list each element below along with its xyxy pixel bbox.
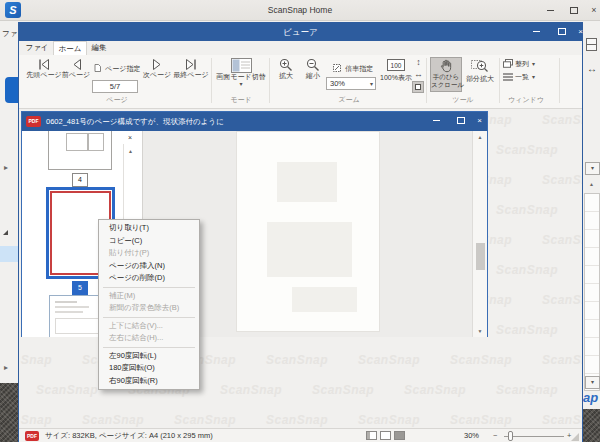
tab-home[interactable]: ホーム — [53, 41, 87, 55]
hand-scroll-label-1: 手のひら — [431, 73, 461, 81]
viewer-minimize-button[interactable] — [529, 25, 544, 39]
page-scrollbar[interactable]: ▲ ▼ — [472, 131, 487, 337]
menu-item-insert-page[interactable]: ページの挿入(N) — [99, 260, 199, 273]
dropdown-button[interactable]: ▾ — [585, 376, 600, 389]
scrollbar-thumb[interactable] — [476, 243, 485, 270]
screen-mode-button[interactable]: 画面モード切替 ▾ — [215, 58, 267, 87]
full-size-button[interactable]: 100 100%表示 — [379, 58, 413, 82]
zoom-slider-track[interactable] — [504, 436, 564, 437]
fit-height-button[interactable]: ↕ — [412, 57, 425, 68]
ribbon: 先頭ページ 前ページ ページ指定 — [19, 55, 582, 109]
maximize-icon — [570, 7, 578, 14]
watermark-text: ScanSnap — [266, 353, 328, 367]
prev-page-button[interactable]: 前ページ — [61, 58, 91, 79]
scroll-up-icon[interactable]: ▲ — [585, 179, 598, 189]
list-view-button[interactable]: 一覧 ▾ — [503, 71, 557, 82]
dropdown-icon: ▾ — [215, 81, 267, 87]
watermark-text: ScanSnap — [82, 413, 144, 427]
partial-zoom-button[interactable]: 部分拡大 — [464, 58, 496, 83]
page-number-5-selected[interactable]: 5 — [72, 281, 88, 295]
first-page-button[interactable]: 先頭ページ — [25, 58, 63, 79]
arrange-icon — [503, 59, 513, 68]
tab-file[interactable]: ファイル — [23, 41, 51, 54]
viewer-maximize-button[interactable] — [554, 25, 569, 39]
zoom-slider-thumb[interactable] — [508, 431, 513, 441]
main-window-titlebar[interactable]: S ScanSnap Home × — [0, 0, 600, 21]
panel-close-button[interactable]: × — [124, 132, 136, 144]
fit-width-icon[interactable]: ↔ — [587, 65, 597, 73]
document-page[interactable] — [237, 132, 379, 331]
document-thumbnail-partial[interactable] — [0, 383, 18, 442]
menu-item-rotate-right-90[interactable]: 右90度回転(R) — [99, 375, 199, 388]
main-maximize-button[interactable] — [566, 2, 582, 18]
menu-item-merge-horizontal[interactable]: 左右に結合(H)... — [99, 332, 199, 345]
list-view-label: 一覧 — [515, 73, 529, 81]
menu-item-merge-vertical[interactable]: 上下に結合(V)... — [99, 320, 199, 333]
selected-folder-row-partial[interactable] — [0, 246, 18, 262]
menu-item-copy[interactable]: コピー(C) — [99, 235, 199, 248]
group-label-tool: ツール — [430, 95, 496, 105]
main-window-title: ScanSnap Home — [0, 0, 600, 20]
last-page-button[interactable]: 最終ページ — [173, 58, 209, 79]
menu-item-cut[interactable]: 切り取り(T) — [99, 222, 199, 235]
menu-item-remove-newspaper-bg[interactable]: 新聞の背景色除去(B) — [99, 302, 199, 315]
hand-scroll-button[interactable]: 手のひら スクロール — [430, 57, 462, 92]
view-mode-single-button[interactable] — [380, 431, 391, 440]
next-page-button[interactable]: 次ページ — [141, 58, 173, 79]
document-minimize-button[interactable] — [429, 114, 444, 128]
tree-collapse-icon[interactable]: ▸ — [4, 364, 8, 372]
minimize-icon — [433, 120, 440, 121]
tree-collapse-icon[interactable]: ▸ — [4, 164, 8, 172]
view-mode-thumbnail-button[interactable] — [394, 431, 405, 440]
zoom-in-label: 拡大 — [273, 72, 299, 80]
menu-item-paste[interactable]: 貼り付け(P) — [99, 247, 199, 260]
zoom-in-button[interactable]: 拡大 — [273, 58, 299, 80]
view-mode-pane-button[interactable] — [366, 431, 377, 440]
file-menu-partial[interactable]: ファ — [2, 30, 17, 38]
ribbon-separator — [211, 58, 212, 103]
zoom-in-icon — [279, 58, 293, 72]
main-close-button[interactable]: × — [588, 2, 600, 18]
viewer-titlebar[interactable]: ビューア × — [19, 23, 582, 41]
arrange-button[interactable]: 整列 ▾ — [503, 58, 557, 69]
dropdown-button[interactable]: ▾ — [585, 162, 600, 175]
fit-width-button[interactable]: ↔ — [412, 69, 425, 80]
page-number-4[interactable]: 4 — [72, 173, 88, 187]
fit-page-button[interactable] — [412, 81, 424, 93]
scan-button-partial[interactable] — [5, 77, 18, 103]
scroll-down-icon[interactable]: ▼ — [473, 326, 487, 336]
viewer-title: ビューア — [19, 23, 582, 41]
document-thumbnail-partial[interactable] — [583, 409, 600, 442]
menu-item-rotate-left-90[interactable]: 左90度回転(L) — [99, 350, 199, 363]
page-number-input[interactable] — [92, 80, 138, 93]
menu-item-rotate-180[interactable]: 180度回転(O) — [99, 362, 199, 375]
document-close-button[interactable]: × — [472, 114, 487, 128]
group-label-window: ウィンドウ — [497, 95, 555, 105]
zoom-out-button[interactable]: 縮小 — [300, 58, 326, 80]
zoom-specify-label: 倍率指定 — [345, 65, 373, 72]
document-maximize-button[interactable] — [453, 114, 468, 128]
panel-icon[interactable] — [586, 38, 597, 51]
hand-scroll-label-2: スクロール — [431, 81, 461, 89]
viewer-close-button[interactable]: × — [573, 25, 588, 39]
thumbnail-content — [55, 301, 77, 303]
menu-separator — [103, 317, 195, 318]
menu-item-delete-page[interactable]: ページの削除(D) — [99, 272, 199, 285]
scroll-up-icon[interactable]: ▲ — [473, 132, 487, 142]
resize-grip-icon[interactable] — [571, 433, 579, 441]
statusbar-zoom-percent: 30% — [464, 429, 479, 442]
tab-edit[interactable]: 編集 — [89, 41, 109, 54]
main-minimize-button[interactable] — [542, 2, 558, 18]
ribbon-separator — [426, 58, 427, 103]
scansnap-logo-partial: ap — [583, 390, 598, 405]
menu-item-correction[interactable]: 補正(M) — [99, 290, 199, 303]
zoom-value-dropdown[interactable]: 30% ▾ — [326, 77, 376, 90]
document-titlebar[interactable]: PDF 0602_481号のページ構成ですが、現状添付のように × — [22, 112, 487, 131]
thumbnail-page-4[interactable] — [48, 131, 112, 170]
tree-expanded-icon[interactable] — [3, 230, 8, 235]
full-size-label: 100%表示 — [379, 74, 413, 82]
zoom-out-slider-button[interactable]: − — [493, 429, 497, 442]
watermark-text: ScanSnap — [496, 143, 558, 157]
content-list-rows[interactable] — [584, 193, 600, 391]
panel-scroll-up[interactable]: ▲ — [124, 146, 137, 156]
